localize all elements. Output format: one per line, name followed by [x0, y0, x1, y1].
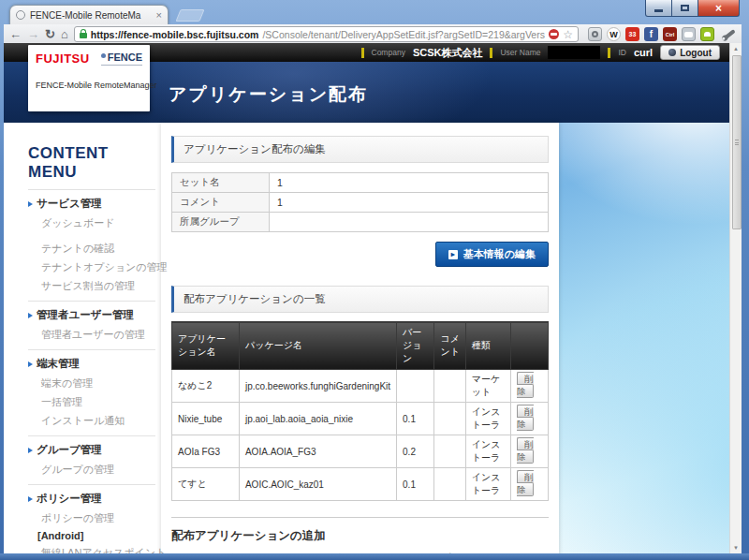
page-scrollbar[interactable]: ▲ ▼	[729, 43, 742, 553]
id-value: curl	[634, 47, 653, 58]
delete-button[interactable]: 削除	[517, 405, 534, 431]
table-row: セット名 1	[172, 173, 549, 193]
set-name-label: セット名	[172, 173, 270, 193]
person-icon	[101, 53, 106, 58]
sidebar-item-device-manage[interactable]: 端末の管理	[28, 374, 155, 392]
logout-button[interactable]: Logout	[660, 45, 720, 60]
sidebar-item-tenant-option[interactable]: テナントオプションの管理	[28, 258, 155, 276]
reload-icon[interactable]: ↻	[45, 28, 55, 41]
sidebar-group-admin: 管理者ユーザー管理 管理者ユーザーの管理	[28, 301, 155, 349]
sidebar-group-header-device[interactable]: 端末管理	[28, 357, 155, 371]
lamp-extension-icon[interactable]	[588, 27, 602, 41]
browser-tab[interactable]: FENCE-Mobile RemoteMa ×	[9, 5, 169, 24]
sidebar-group-header-service[interactable]: サービス管理	[28, 197, 155, 211]
edit-section-header: アプリケーション配布の編集	[171, 136, 549, 163]
sidebar-item-dashboard[interactable]: ダッシュボード	[28, 214, 155, 232]
col-type: 種類	[465, 322, 510, 370]
company-label: Company	[372, 48, 405, 57]
table-row: AOIa FG3 AOIA.AOIA_FG3 0.2 インストーラ 削除	[172, 435, 549, 468]
sidebar-item-policy-manage[interactable]: ポリシーの管理	[28, 508, 155, 527]
url-path: /SConsole/tenant/DeliveryAppSetEdit.jsf?…	[262, 29, 545, 40]
facebook-extension-icon[interactable]: f	[644, 27, 658, 41]
sidebar-group-header-policy[interactable]: ポリシー管理	[28, 492, 155, 506]
fujitsu-logo: FUJITSU	[36, 52, 90, 66]
address-bar[interactable]: https://fence-mobile.bsc.fujitsu.com /SC…	[74, 26, 579, 42]
type-cell: インストーラ	[465, 435, 510, 468]
separator-bar	[361, 48, 364, 58]
set-name-value: 1	[270, 173, 549, 193]
list-section-header: 配布アプリケーションの一覧	[171, 286, 549, 313]
wikipedia-extension-icon[interactable]: W	[607, 27, 621, 41]
chevron-right-icon	[28, 201, 33, 207]
close-button[interactable]: ×	[698, 0, 740, 17]
app-name-cell: てすと	[172, 468, 240, 501]
type-cell: インストーラ	[465, 403, 510, 435]
tab-close-icon[interactable]: ×	[156, 10, 162, 20]
sidebar-item-service-assign[interactable]: サービス割当の管理	[28, 276, 155, 295]
comment-label: コメント	[172, 193, 270, 213]
android-extension-icon[interactable]	[700, 27, 714, 41]
extension-icons: W 33 f Ctrl	[588, 27, 736, 41]
version-cell: 0.1	[397, 468, 434, 501]
delete-button[interactable]: 削除	[517, 470, 534, 496]
edit-basic-info-button[interactable]: ▸基本情報の編集	[435, 242, 549, 267]
type-cell: マーケット	[465, 370, 510, 403]
scroll-down-icon[interactable]: ▼	[730, 542, 742, 553]
home-icon[interactable]: ⌂	[61, 28, 68, 41]
forward-icon[interactable]: →	[27, 28, 39, 41]
sidebar-item-admin-users[interactable]: 管理者ユーザーの管理	[28, 325, 155, 344]
window-bottom-border	[0, 553, 749, 560]
separator-bar	[608, 48, 610, 58]
user-name-redacted	[548, 46, 600, 59]
add-section: 配布アプリケーションの追加 こちらから配布アプリケーションの一覧へアプリケーショ…	[171, 517, 549, 553]
ctrl-extension-icon[interactable]: Ctrl	[663, 27, 677, 41]
arrow-right-icon: ▸	[448, 250, 458, 259]
chat-extension-icon[interactable]	[682, 27, 696, 41]
comment-value: 1	[270, 193, 549, 213]
scroll-up-icon[interactable]: ▲	[730, 43, 742, 54]
maximize-button[interactable]	[672, 0, 698, 17]
table-header-row: アプリケーション名 パッケージ名 バージョン コメント 種類	[172, 322, 549, 370]
new-tab-button[interactable]	[175, 9, 204, 22]
sidebar-item-group-manage[interactable]: グループの管理	[28, 460, 155, 479]
back-icon[interactable]: ←	[9, 28, 22, 41]
comment-cell	[434, 403, 465, 435]
calendar-extension-icon[interactable]: 33	[625, 27, 639, 41]
main-content-panel: アプリケーション配布の編集 セット名 1 コメント 1 所属グループ ▸	[161, 123, 559, 553]
table-row: コメント 1	[172, 193, 549, 213]
browser-toolbar: ← → ↻ ⌂ https://fence-mobile.bsc.fujitsu…	[4, 24, 742, 45]
company-value: SCSK株式会社	[413, 46, 483, 60]
sidebar-group-group: グループ管理 グループの管理	[28, 435, 155, 484]
package-cell: jp.co.beeworks.funghiGardeningKit	[239, 370, 396, 403]
sidebar-group-header-admin[interactable]: 管理者ユーザー管理	[28, 308, 155, 322]
col-action	[511, 322, 549, 370]
minimize-button[interactable]	[645, 0, 672, 17]
comment-cell	[434, 370, 465, 403]
content-menu: CONTENT MENU サービス管理 ダッシュボード テナントの確認 テナント…	[28, 144, 155, 553]
bookmark-star-icon[interactable]: ☆	[563, 30, 573, 39]
browser-window: FENCE-Mobile RemoteMa × × ← → ↻ ⌂ https:…	[0, 0, 749, 560]
adblock-icon[interactable]	[549, 29, 559, 39]
scrollbar-thumb[interactable]	[732, 55, 742, 229]
app-name-cell: なめこ2	[172, 370, 240, 403]
scrollbar-grip	[735, 140, 739, 145]
chevron-right-icon	[28, 361, 33, 367]
delete-button[interactable]: 削除	[517, 437, 534, 464]
app-name-cell: AOIa FG3	[172, 435, 240, 468]
comment-cell	[434, 435, 465, 468]
group-value	[270, 213, 549, 232]
sidebar-item-bulk-manage[interactable]: 一括管理	[28, 392, 155, 411]
sidebar-item-tenant-check[interactable]: テナントの確認	[28, 239, 155, 258]
window-controls: ×	[645, 0, 740, 17]
delete-button[interactable]: 削除	[517, 372, 534, 398]
table-row: てすと AOIC.AOIC_kaz01 0.1 インストーラ 削除	[172, 468, 549, 501]
page-viewport: Company SCSK株式会社 User Name ID curl Logou…	[4, 43, 729, 553]
https-lock-icon	[80, 33, 87, 38]
sidebar-item-install-notice[interactable]: インストール通知	[28, 411, 155, 430]
sidebar-group-header-group[interactable]: グループ管理	[28, 443, 155, 457]
wrench-menu-icon[interactable]	[723, 29, 735, 40]
sidebar-item-wlan-ap[interactable]: 無線LANアクセスポイント	[28, 543, 155, 553]
tab-strip: FENCE-Mobile RemoteMa × ×	[0, 0, 749, 24]
id-label: ID	[618, 48, 626, 57]
chevron-right-icon	[28, 448, 33, 453]
